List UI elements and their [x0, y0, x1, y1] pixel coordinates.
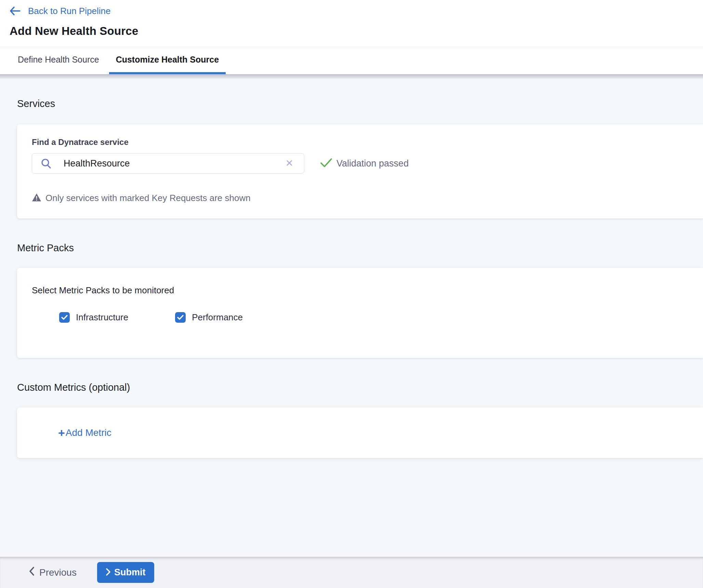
- service-search-input[interactable]: [32, 153, 304, 174]
- add-metric-button[interactable]: + Add Metric: [58, 427, 111, 439]
- back-link-label: Back to Run Pipeline: [28, 6, 110, 16]
- search-icon: [41, 158, 52, 169]
- checkbox-infrastructure[interactable]: Infrastructure: [59, 312, 128, 323]
- customize-health-source-panel: Services Find a Dynatrace service ✕: [0, 74, 703, 556]
- checkbox-label: Performance: [192, 312, 243, 323]
- wizard-footer: Previous Submit: [0, 557, 703, 588]
- submit-button[interactable]: Submit: [97, 562, 155, 583]
- checkbox-checked-icon[interactable]: [175, 312, 186, 323]
- chevron-right-icon: [106, 568, 111, 577]
- previous-button[interactable]: Previous: [29, 567, 77, 578]
- warning-triangle-icon: [32, 193, 41, 203]
- services-heading: Services: [0, 74, 703, 109]
- checkbox-performance[interactable]: Performance: [175, 312, 243, 323]
- plus-icon: +: [58, 427, 65, 439]
- find-service-label: Find a Dynatrace service: [32, 137, 703, 147]
- submit-label: Submit: [114, 567, 146, 578]
- tab-customize-health-source[interactable]: Customize Health Source: [109, 47, 226, 74]
- custom-metrics-card: + Add Metric: [17, 407, 703, 458]
- key-requests-warning: Only services with marked Key Requests a…: [32, 193, 703, 203]
- previous-label: Previous: [39, 567, 77, 578]
- validation-text: Validation passed: [336, 158, 409, 169]
- service-search-field: ✕: [32, 153, 304, 174]
- metric-packs-options: Infrastructure Performance: [59, 312, 703, 323]
- metric-packs-card: Select Metric Packs to be monitored Infr…: [17, 268, 703, 358]
- services-card: Find a Dynatrace service ✕ Val: [17, 124, 703, 218]
- select-metric-packs-label: Select Metric Packs to be monitored: [32, 285, 703, 296]
- add-metric-label: Add Metric: [66, 427, 111, 438]
- clear-search-icon[interactable]: ✕: [286, 159, 293, 168]
- checkbox-checked-icon[interactable]: [59, 312, 70, 323]
- tab-define-health-source[interactable]: Define Health Source: [11, 47, 106, 74]
- validation-status: Validation passed: [320, 158, 409, 169]
- arrow-left-icon: [10, 6, 21, 15]
- page-header: Back to Run Pipeline Add New Health Sour…: [0, 0, 703, 47]
- checkbox-label: Infrastructure: [76, 312, 128, 323]
- chevron-left-icon: [29, 567, 35, 578]
- warning-text: Only services with marked Key Requests a…: [45, 193, 251, 203]
- health-source-tabbar: Define Health Source Customize Health So…: [0, 47, 703, 74]
- metric-packs-heading: Metric Packs: [0, 242, 703, 254]
- page-title: Add New Health Source: [10, 25, 703, 38]
- custom-metrics-heading: Custom Metrics (optional): [0, 382, 703, 393]
- check-icon: [320, 158, 332, 169]
- back-to-run-pipeline-link[interactable]: Back to Run Pipeline: [10, 5, 703, 17]
